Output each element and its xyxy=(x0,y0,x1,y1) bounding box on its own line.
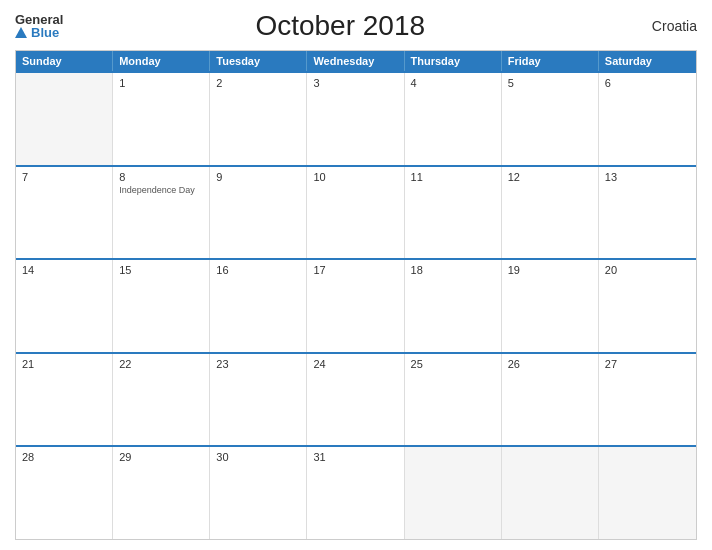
day-number: 21 xyxy=(22,358,106,370)
week-row-4: 28293031 xyxy=(16,445,696,539)
day-cell: 15 xyxy=(113,260,210,352)
day-cell: 27 xyxy=(599,354,696,446)
day-header-wednesday: Wednesday xyxy=(307,51,404,71)
day-number: 18 xyxy=(411,264,495,276)
day-cell: 9 xyxy=(210,167,307,259)
day-cell: 17 xyxy=(307,260,404,352)
day-number: 19 xyxy=(508,264,592,276)
day-number: 10 xyxy=(313,171,397,183)
day-cell: 2 xyxy=(210,73,307,165)
day-number: 26 xyxy=(508,358,592,370)
day-header-tuesday: Tuesday xyxy=(210,51,307,71)
day-header-saturday: Saturday xyxy=(599,51,696,71)
day-number: 3 xyxy=(313,77,397,89)
day-cell: 23 xyxy=(210,354,307,446)
day-cell: 20 xyxy=(599,260,696,352)
day-number: 28 xyxy=(22,451,106,463)
day-number: 25 xyxy=(411,358,495,370)
day-headers-row: SundayMondayTuesdayWednesdayThursdayFrid… xyxy=(16,51,696,71)
day-number: 14 xyxy=(22,264,106,276)
day-number: 30 xyxy=(216,451,300,463)
day-number: 31 xyxy=(313,451,397,463)
page-header: General Blue October 2018 Croatia xyxy=(15,10,697,42)
day-number: 1 xyxy=(119,77,203,89)
day-number: 24 xyxy=(313,358,397,370)
day-cell: 8Independence Day xyxy=(113,167,210,259)
day-cell: 29 xyxy=(113,447,210,539)
day-header-friday: Friday xyxy=(502,51,599,71)
week-row-1: 78Independence Day910111213 xyxy=(16,165,696,259)
day-cell: 24 xyxy=(307,354,404,446)
day-cell: 1 xyxy=(113,73,210,165)
day-number: 2 xyxy=(216,77,300,89)
day-cell: 3 xyxy=(307,73,404,165)
day-cell: 5 xyxy=(502,73,599,165)
day-number: 6 xyxy=(605,77,690,89)
week-row-2: 14151617181920 xyxy=(16,258,696,352)
day-cell: 10 xyxy=(307,167,404,259)
day-cell xyxy=(599,447,696,539)
day-number: 7 xyxy=(22,171,106,183)
day-cell: 30 xyxy=(210,447,307,539)
week-row-0: 123456 xyxy=(16,71,696,165)
day-header-monday: Monday xyxy=(113,51,210,71)
day-number: 20 xyxy=(605,264,690,276)
logo-blue-text: Blue xyxy=(15,26,59,39)
day-number: 22 xyxy=(119,358,203,370)
day-cell: 19 xyxy=(502,260,599,352)
day-number: 23 xyxy=(216,358,300,370)
day-number: 29 xyxy=(119,451,203,463)
day-cell: 11 xyxy=(405,167,502,259)
weeks-container: 12345678Independence Day9101112131415161… xyxy=(16,71,696,539)
day-number: 15 xyxy=(119,264,203,276)
day-cell: 28 xyxy=(16,447,113,539)
day-cell xyxy=(405,447,502,539)
calendar-title: October 2018 xyxy=(63,10,617,42)
day-number: 27 xyxy=(605,358,690,370)
day-number: 16 xyxy=(216,264,300,276)
day-cell: 25 xyxy=(405,354,502,446)
week-row-3: 21222324252627 xyxy=(16,352,696,446)
day-event: Independence Day xyxy=(119,185,203,196)
country-label: Croatia xyxy=(617,18,697,34)
logo-triangle-icon xyxy=(15,27,27,38)
day-cell: 16 xyxy=(210,260,307,352)
day-cell: 4 xyxy=(405,73,502,165)
logo: General Blue xyxy=(15,13,63,39)
day-cell: 21 xyxy=(16,354,113,446)
day-number: 11 xyxy=(411,171,495,183)
day-cell xyxy=(16,73,113,165)
day-cell: 13 xyxy=(599,167,696,259)
day-cell: 12 xyxy=(502,167,599,259)
day-header-thursday: Thursday xyxy=(405,51,502,71)
day-number: 17 xyxy=(313,264,397,276)
day-cell: 22 xyxy=(113,354,210,446)
day-number: 9 xyxy=(216,171,300,183)
day-number: 12 xyxy=(508,171,592,183)
day-cell: 6 xyxy=(599,73,696,165)
day-header-sunday: Sunday xyxy=(16,51,113,71)
day-cell: 18 xyxy=(405,260,502,352)
day-cell xyxy=(502,447,599,539)
day-cell: 14 xyxy=(16,260,113,352)
day-cell: 7 xyxy=(16,167,113,259)
day-number: 8 xyxy=(119,171,203,183)
day-cell: 31 xyxy=(307,447,404,539)
day-cell: 26 xyxy=(502,354,599,446)
day-number: 5 xyxy=(508,77,592,89)
calendar: SundayMondayTuesdayWednesdayThursdayFrid… xyxy=(15,50,697,540)
day-number: 13 xyxy=(605,171,690,183)
day-number: 4 xyxy=(411,77,495,89)
